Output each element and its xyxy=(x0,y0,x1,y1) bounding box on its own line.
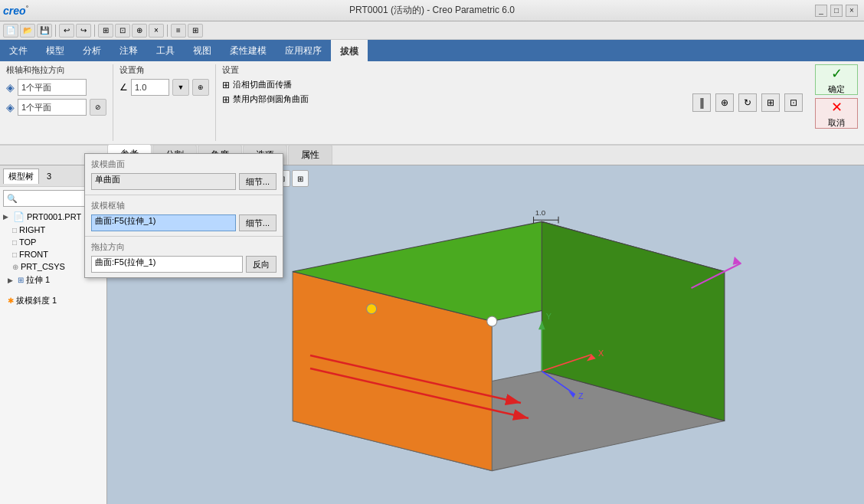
draft-direction-input[interactable]: 曲面:F5(拉伸_1) xyxy=(91,256,243,273)
svg-point-16 xyxy=(367,304,377,314)
tree-item-draft[interactable]: ✱ 拔模斜度 1 xyxy=(0,293,106,308)
ribbon-settings-row2: ⊞ 禁用内部倒圆角曲面 xyxy=(222,93,309,105)
draft-reverse-btn[interactable]: 反向 xyxy=(246,256,277,273)
settings-icon-2: ⊞ xyxy=(222,94,230,105)
separator-2 xyxy=(94,25,95,37)
angle-dropdown[interactable]: ▼ xyxy=(172,79,189,96)
tb-btn-5[interactable]: ⊕ xyxy=(132,24,147,38)
tb-btn-3[interactable]: ⊞ xyxy=(98,24,113,38)
ribbon-settings-row1: ⊞ 沿相切曲面传播 xyxy=(222,79,309,90)
vp-extra2[interactable]: ⊞ xyxy=(292,170,309,187)
tree-label-csys: PRT_CSYS xyxy=(21,262,65,271)
maximize-btn[interactable]: □ xyxy=(830,5,843,17)
draft-panel: 拔模曲面 单曲面 细节... 拔模枢轴 曲面:F5(拉伸_1) 细节... 拖拉… xyxy=(84,153,283,278)
tree-label-prt: PRT0001.PRT xyxy=(27,212,81,221)
settings-option-2[interactable]: 禁用内部倒圆角曲面 xyxy=(233,93,309,105)
new-btn[interactable]: 📄 xyxy=(3,24,18,38)
cancel-x-icon: ✕ xyxy=(831,99,843,116)
save-btn[interactable]: 💾 xyxy=(37,24,52,38)
ribbon-group-label-angle: 设置角 xyxy=(119,64,209,76)
ribbon: 根轴和拖拉方向 ◈ 1个平面 ◈ 1个平面 ⊘ 设置角 ∠ 1.0 ▼ ⊕ 设置… xyxy=(0,61,864,146)
draft-axis-row: 曲面:F5(拉伸_1) 细节... xyxy=(91,214,277,231)
cancel-label: 取消 xyxy=(828,117,845,129)
plane-options-btn[interactable]: ⊘ xyxy=(90,99,106,116)
menu-annotation[interactable]: 注释 xyxy=(110,40,147,61)
draft-surface-detail-btn[interactable]: 细节... xyxy=(239,173,277,190)
settings-option-1[interactable]: 沿相切曲面传播 xyxy=(233,79,292,90)
pause-btn[interactable]: ‖ xyxy=(692,93,711,112)
draft-surface-section: 拔模曲面 单曲面 细节... xyxy=(85,154,283,195)
draft-direction-row: 曲面:F5(拉伸_1) 反向 xyxy=(91,256,277,273)
menu-analysis[interactable]: 分析 xyxy=(74,40,110,61)
menu-draft[interactable]: 拔模 xyxy=(331,40,368,61)
ok-check-icon: ✓ xyxy=(831,65,843,82)
tb-btn-6[interactable]: × xyxy=(149,24,164,38)
draft-axis-input[interactable]: 曲面:F5(拉伸_1) xyxy=(91,214,236,231)
menu-tools[interactable]: 工具 xyxy=(147,40,184,61)
angle-extra-btn[interactable]: ⊕ xyxy=(192,79,209,96)
ribbon-group-angle: 设置角 ∠ 1.0 ▼ ⊕ xyxy=(119,64,216,141)
ok-button[interactable]: ✓ 确定 xyxy=(815,64,858,95)
undo-btn[interactable]: ↩ xyxy=(59,24,74,38)
layer-tree-tab[interactable]: 3 xyxy=(42,170,56,182)
model-tree-tab[interactable]: 模型树 xyxy=(3,169,39,184)
tree-label-front: FRONT xyxy=(19,250,48,259)
playback-controls: ‖ ⊕ ↻ ⊞ ⊡ xyxy=(692,64,803,141)
plane-input-2[interactable]: 1个平面 xyxy=(18,99,87,116)
plane-icon-2: ◈ xyxy=(6,101,15,113)
tree-icon-csys: ⊕ xyxy=(12,263,18,271)
redo-btn[interactable]: ↪ xyxy=(76,24,91,38)
open-btn[interactable]: 📂 xyxy=(20,24,35,38)
angle-input[interactable]: 1.0 xyxy=(131,79,169,96)
draft-direction-section: 拖拉方向 曲面:F5(拉伸_1) 反向 xyxy=(85,237,283,277)
tree-icon-right: □ xyxy=(12,226,17,234)
draft-axis-section: 拔模枢轴 曲面:F5(拉伸_1) 细节... xyxy=(85,195,283,237)
menu-view[interactable]: 视图 xyxy=(184,40,221,61)
menu-bar: 文件 模型 分析 注释 工具 视图 柔性建模 应用程序 拔模 xyxy=(0,40,864,61)
tree-label-right: RIGHT xyxy=(19,225,45,234)
plane-icon-1: ◈ xyxy=(6,81,15,93)
ribbon-group-settings: 设置 ⊞ 沿相切曲面传播 ⊞ 禁用内部倒圆角曲面 xyxy=(222,64,315,141)
extra-btn[interactable]: ⊡ xyxy=(784,93,803,112)
tb-btn-8[interactable]: ⊞ xyxy=(188,24,203,38)
draft-axis-title: 拔模枢轴 xyxy=(91,200,277,211)
window-controls: _ □ × xyxy=(815,5,858,17)
ribbon-group-label-settings: 设置 xyxy=(222,64,309,76)
tab-properties[interactable]: 属性 xyxy=(288,145,332,165)
svg-text:Y: Y xyxy=(546,312,551,321)
draft-direction-title: 拖拉方向 xyxy=(91,241,277,253)
menu-file[interactable]: 文件 xyxy=(0,40,37,61)
draft-surface-row: 单曲面 细节... xyxy=(91,173,277,190)
tb-btn-7[interactable]: ≡ xyxy=(171,24,186,38)
svg-text:1.0: 1.0 xyxy=(535,208,546,217)
view-btn[interactable]: ⊞ xyxy=(761,93,780,112)
window-title: PRT0001 (活动的) - Creo Parametric 6.0 xyxy=(349,4,515,17)
expand-icon-prt: ▶ xyxy=(3,213,11,221)
menu-flex[interactable]: 柔性建模 xyxy=(221,40,276,61)
separator-1 xyxy=(55,25,56,37)
settings-icon-1: ⊞ xyxy=(222,80,230,90)
draft-surface-title: 拔模曲面 xyxy=(91,159,277,170)
tree-icon-draft: ✱ xyxy=(8,296,14,305)
cancel-button[interactable]: ✕ 取消 xyxy=(815,98,858,129)
separator-3 xyxy=(167,25,168,37)
ribbon-group-axis: 根轴和拖拉方向 ◈ 1个平面 ◈ 1个平面 ⊘ xyxy=(6,64,113,141)
close-btn[interactable]: × xyxy=(846,5,858,17)
ribbon-group-label-axis: 根轴和拖拉方向 xyxy=(6,64,106,76)
menu-model[interactable]: 模型 xyxy=(37,40,74,61)
confirm-buttons: ✓ 确定 ✕ 取消 xyxy=(815,64,858,141)
orbit-btn[interactable]: ⊕ xyxy=(715,93,734,112)
tree-icon-prt: 📄 xyxy=(13,211,25,222)
plane-input-1[interactable]: 1个平面 xyxy=(18,79,87,96)
ribbon-row-2: ◈ 1个平面 ⊘ xyxy=(6,99,106,116)
draft-axis-detail-btn[interactable]: 细节... xyxy=(239,214,277,231)
tree-icon-top: □ xyxy=(12,238,17,247)
minimize-btn[interactable]: _ xyxy=(815,5,827,17)
tb-btn-4[interactable]: ⊡ xyxy=(115,24,130,38)
rotate-btn[interactable]: ↻ xyxy=(738,93,757,112)
tree-label-extrude: 拉伸 1 xyxy=(26,274,50,286)
menu-apps[interactable]: 应用程序 xyxy=(276,40,331,61)
tree-label-top: TOP xyxy=(19,237,36,247)
ribbon-row-1: ◈ 1个平面 xyxy=(6,79,106,96)
draft-surface-input[interactable]: 单曲面 xyxy=(91,173,236,190)
